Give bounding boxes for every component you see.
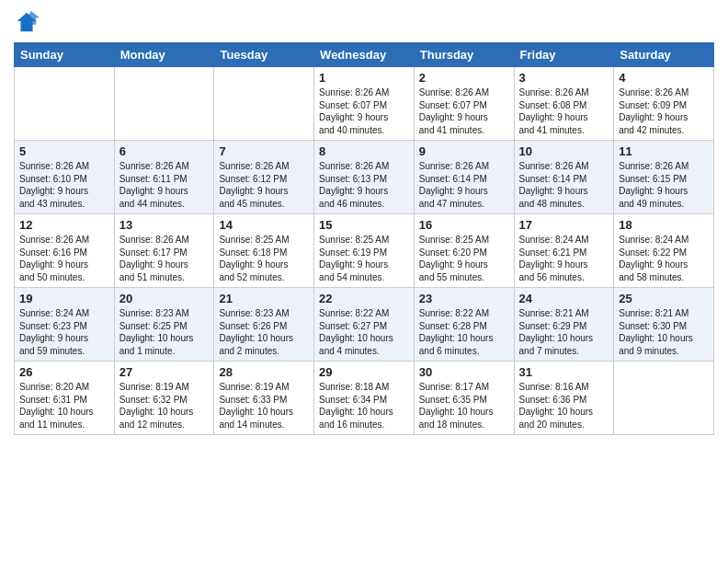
day-info: Sunrise: 8:19 AM Sunset: 6:32 PM Dayligh… — [119, 381, 210, 431]
day-info: Sunrise: 8:26 AM Sunset: 6:11 PM Dayligh… — [119, 160, 210, 210]
day-number: 27 — [119, 365, 210, 379]
day-info: Sunrise: 8:25 AM Sunset: 6:18 PM Dayligh… — [219, 234, 309, 283]
day-info: Sunrise: 8:26 AM Sunset: 6:12 PM Dayligh… — [219, 160, 309, 210]
day-info: Sunrise: 8:26 AM Sunset: 6:15 PM Dayligh… — [619, 160, 709, 210]
day-number: 9 — [419, 144, 509, 158]
calendar-cell: 15Sunrise: 8:25 AM Sunset: 6:19 PM Dayli… — [314, 214, 415, 288]
calendar-week-1: 5Sunrise: 8:26 AM Sunset: 6:10 PM Daylig… — [15, 141, 714, 214]
col-header-wednesday: Wednesday — [314, 43, 415, 67]
calendar-cell — [614, 362, 714, 435]
day-number: 25 — [619, 292, 709, 305]
day-number: 1 — [319, 71, 409, 85]
col-header-sunday: Sunday — [15, 43, 115, 67]
day-info: Sunrise: 8:26 AM Sunset: 6:07 PM Dayligh… — [319, 86, 409, 136]
day-number: 30 — [419, 365, 509, 379]
day-number: 21 — [219, 292, 309, 305]
col-header-monday: Monday — [114, 43, 214, 67]
day-info: Sunrise: 8:26 AM Sunset: 6:08 PM Dayligh… — [519, 86, 609, 136]
day-number: 2 — [419, 71, 509, 85]
calendar-cell: 11Sunrise: 8:26 AM Sunset: 6:15 PM Dayli… — [614, 141, 714, 214]
calendar-cell: 30Sunrise: 8:17 AM Sunset: 6:35 PM Dayli… — [414, 362, 514, 435]
calendar-cell: 3Sunrise: 8:26 AM Sunset: 6:08 PM Daylig… — [514, 67, 614, 141]
calendar-cell: 16Sunrise: 8:25 AM Sunset: 6:20 PM Dayli… — [414, 214, 514, 288]
day-number: 5 — [19, 144, 109, 158]
day-info: Sunrise: 8:24 AM Sunset: 6:23 PM Dayligh… — [19, 307, 109, 357]
calendar-cell: 28Sunrise: 8:19 AM Sunset: 6:33 PM Dayli… — [214, 362, 314, 435]
day-number: 26 — [19, 365, 109, 379]
calendar-cell: 18Sunrise: 8:24 AM Sunset: 6:22 PM Dayli… — [614, 214, 714, 288]
day-number: 24 — [519, 292, 609, 305]
calendar-week-2: 12Sunrise: 8:26 AM Sunset: 6:16 PM Dayli… — [15, 214, 714, 288]
day-info: Sunrise: 8:18 AM Sunset: 6:34 PM Dayligh… — [319, 381, 409, 431]
day-number: 14 — [219, 218, 309, 232]
day-info: Sunrise: 8:25 AM Sunset: 6:19 PM Dayligh… — [319, 234, 409, 283]
calendar-cell — [15, 67, 115, 141]
calendar-cell: 19Sunrise: 8:24 AM Sunset: 6:23 PM Dayli… — [15, 288, 115, 362]
day-info: Sunrise: 8:26 AM Sunset: 6:14 PM Dayligh… — [519, 160, 609, 210]
day-number: 22 — [319, 292, 409, 305]
day-number: 28 — [219, 365, 309, 379]
day-info: Sunrise: 8:25 AM Sunset: 6:20 PM Dayligh… — [419, 234, 509, 283]
calendar-cell: 8Sunrise: 8:26 AM Sunset: 6:13 PM Daylig… — [314, 141, 415, 214]
calendar-week-0: 1Sunrise: 8:26 AM Sunset: 6:07 PM Daylig… — [15, 67, 714, 141]
calendar-cell: 7Sunrise: 8:26 AM Sunset: 6:12 PM Daylig… — [214, 141, 314, 214]
day-info: Sunrise: 8:19 AM Sunset: 6:33 PM Dayligh… — [219, 381, 309, 431]
calendar-cell: 24Sunrise: 8:21 AM Sunset: 6:29 PM Dayli… — [514, 288, 614, 362]
day-info: Sunrise: 8:21 AM Sunset: 6:30 PM Dayligh… — [619, 307, 709, 357]
calendar-cell: 29Sunrise: 8:18 AM Sunset: 6:34 PM Dayli… — [314, 362, 415, 435]
day-number: 12 — [19, 218, 109, 232]
day-number: 31 — [519, 365, 609, 379]
calendar-cell: 6Sunrise: 8:26 AM Sunset: 6:11 PM Daylig… — [114, 141, 214, 214]
col-header-thursday: Thursday — [414, 43, 514, 67]
calendar-cell — [214, 67, 314, 141]
calendar-week-3: 19Sunrise: 8:24 AM Sunset: 6:23 PM Dayli… — [15, 288, 714, 362]
calendar-cell: 13Sunrise: 8:26 AM Sunset: 6:17 PM Dayli… — [114, 214, 214, 288]
day-number: 4 — [619, 71, 709, 85]
calendar-cell: 23Sunrise: 8:22 AM Sunset: 6:28 PM Dayli… — [414, 288, 514, 362]
calendar-cell: 5Sunrise: 8:26 AM Sunset: 6:10 PM Daylig… — [15, 141, 115, 214]
day-number: 17 — [519, 218, 609, 232]
day-info: Sunrise: 8:23 AM Sunset: 6:26 PM Dayligh… — [219, 307, 309, 357]
logo-icon — [14, 9, 40, 35]
day-number: 23 — [419, 292, 509, 305]
calendar-cell: 20Sunrise: 8:23 AM Sunset: 6:25 PM Dayli… — [114, 288, 214, 362]
calendar-week-4: 26Sunrise: 8:20 AM Sunset: 6:31 PM Dayli… — [15, 362, 714, 435]
calendar-cell: 31Sunrise: 8:16 AM Sunset: 6:36 PM Dayli… — [514, 362, 614, 435]
calendar-header-row: SundayMondayTuesdayWednesdayThursdayFrid… — [15, 43, 714, 67]
day-info: Sunrise: 8:20 AM Sunset: 6:31 PM Dayligh… — [19, 381, 109, 431]
calendar-cell: 26Sunrise: 8:20 AM Sunset: 6:31 PM Dayli… — [15, 362, 115, 435]
calendar-cell: 27Sunrise: 8:19 AM Sunset: 6:32 PM Dayli… — [114, 362, 214, 435]
calendar-cell: 2Sunrise: 8:26 AM Sunset: 6:07 PM Daylig… — [414, 67, 514, 141]
day-info: Sunrise: 8:16 AM Sunset: 6:36 PM Dayligh… — [519, 381, 609, 431]
day-number: 29 — [319, 365, 409, 379]
calendar-cell: 21Sunrise: 8:23 AM Sunset: 6:26 PM Dayli… — [214, 288, 314, 362]
day-info: Sunrise: 8:26 AM Sunset: 6:09 PM Dayligh… — [619, 86, 709, 136]
day-number: 15 — [319, 218, 409, 232]
calendar-cell: 14Sunrise: 8:25 AM Sunset: 6:18 PM Dayli… — [214, 214, 314, 288]
day-number: 3 — [519, 71, 609, 85]
day-info: Sunrise: 8:26 AM Sunset: 6:13 PM Dayligh… — [319, 160, 409, 210]
day-info: Sunrise: 8:23 AM Sunset: 6:25 PM Dayligh… — [119, 307, 210, 357]
day-number: 8 — [319, 144, 409, 158]
day-number: 19 — [19, 292, 109, 305]
day-info: Sunrise: 8:26 AM Sunset: 6:14 PM Dayligh… — [419, 160, 509, 210]
col-header-saturday: Saturday — [614, 43, 714, 67]
day-info: Sunrise: 8:22 AM Sunset: 6:27 PM Dayligh… — [319, 307, 409, 357]
page-container: SundayMondayTuesdayWednesdayThursdayFrid… — [0, 0, 728, 444]
col-header-friday: Friday — [514, 43, 614, 67]
calendar-cell: 1Sunrise: 8:26 AM Sunset: 6:07 PM Daylig… — [314, 67, 415, 141]
day-info: Sunrise: 8:26 AM Sunset: 6:07 PM Dayligh… — [419, 86, 509, 136]
day-number: 10 — [519, 144, 609, 158]
day-number: 16 — [419, 218, 509, 232]
day-info: Sunrise: 8:17 AM Sunset: 6:35 PM Dayligh… — [419, 381, 509, 431]
calendar-cell: 17Sunrise: 8:24 AM Sunset: 6:21 PM Dayli… — [514, 214, 614, 288]
day-info: Sunrise: 8:26 AM Sunset: 6:17 PM Dayligh… — [119, 234, 210, 283]
calendar-cell: 12Sunrise: 8:26 AM Sunset: 6:16 PM Dayli… — [15, 214, 115, 288]
day-number: 13 — [119, 218, 210, 232]
day-info: Sunrise: 8:24 AM Sunset: 6:22 PM Dayligh… — [619, 234, 709, 283]
col-header-tuesday: Tuesday — [214, 43, 314, 67]
day-info: Sunrise: 8:21 AM Sunset: 6:29 PM Dayligh… — [519, 307, 609, 357]
day-info: Sunrise: 8:26 AM Sunset: 6:16 PM Dayligh… — [19, 234, 109, 283]
day-number: 11 — [619, 144, 709, 158]
header-row — [14, 9, 714, 35]
